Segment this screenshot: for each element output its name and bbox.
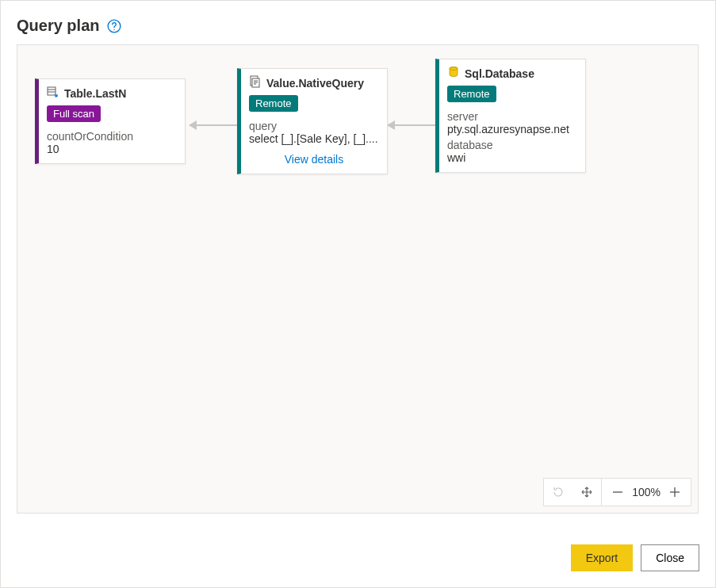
export-button[interactable]: Export	[571, 544, 633, 571]
script-icon	[249, 75, 262, 90]
zoom-toolbar: 100%	[543, 478, 691, 506]
dialog-footer: Export Close	[571, 544, 699, 571]
field-label: query	[249, 120, 379, 132]
database-value: wwi	[447, 151, 577, 164]
node-header: Table.LastN	[47, 86, 177, 101]
remote-badge: Remote	[249, 95, 298, 112]
arrow-sql-to-native	[388, 124, 435, 126]
full-scan-badge: Full scan	[47, 105, 101, 122]
zoom-out-button[interactable]	[611, 486, 624, 498]
zoom-group: 100%	[602, 479, 691, 506]
node-header: Sql.Database	[447, 66, 577, 81]
server-label: server	[447, 110, 577, 123]
zoom-level: 100%	[632, 486, 660, 498]
database-label: database	[447, 139, 577, 151]
query-plan-panel: Query plan	[0, 0, 716, 588]
node-header: Value.NativeQuery	[249, 75, 379, 90]
close-button[interactable]: Close	[641, 544, 699, 571]
fit-to-screen-button[interactable]	[572, 479, 601, 506]
reset-zoom-button[interactable]	[544, 479, 572, 506]
node-value-nativequery[interactable]: Value.NativeQuery Remote query select [_…	[237, 68, 388, 174]
node-title: Sql.Database	[465, 67, 534, 80]
table-icon	[47, 86, 59, 101]
node-table-lastn[interactable]: Table.LastN Full scan countOrCondition 1…	[35, 78, 186, 164]
panel-title: Query plan	[17, 17, 99, 35]
server-value: pty.sql.azuresynapse.net	[447, 123, 577, 136]
field-value: 10	[47, 143, 177, 155]
node-sql-database[interactable]: Sql.Database Remote server pty.sql.azure…	[435, 59, 586, 173]
view-details-link[interactable]: View details	[249, 153, 379, 166]
query-plan-canvas[interactable]: Table.LastN Full scan countOrCondition 1…	[17, 44, 699, 514]
svg-rect-2	[48, 87, 56, 95]
arrow-native-to-lastn	[190, 124, 237, 126]
svg-point-1	[114, 29, 115, 29]
database-icon	[447, 66, 460, 81]
remote-badge: Remote	[447, 86, 496, 102]
panel-header: Query plan	[17, 17, 699, 35]
help-icon[interactable]	[107, 19, 121, 33]
field-label: countOrCondition	[47, 130, 177, 143]
field-value: select [_].[Sale Key], [_]....	[249, 132, 379, 145]
node-title: Table.LastN	[64, 87, 126, 100]
node-title: Value.NativeQuery	[266, 77, 364, 90]
zoom-in-button[interactable]	[668, 486, 681, 498]
